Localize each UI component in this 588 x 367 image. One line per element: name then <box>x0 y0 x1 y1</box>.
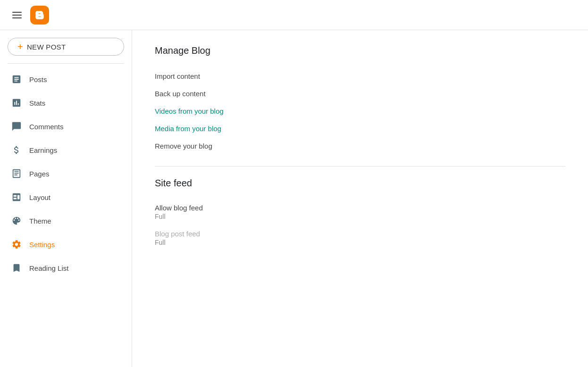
sidebar: + NEW POST Posts Stats Comments <box>0 30 132 367</box>
new-post-button[interactable]: + NEW POST <box>8 38 124 56</box>
new-post-label: NEW POST <box>27 43 66 51</box>
earnings-icon <box>11 145 22 155</box>
sidebar-item-comments[interactable]: Comments <box>0 115 126 138</box>
sidebar-item-label: Layout <box>29 193 50 201</box>
remove-blog-link[interactable]: Remove your blog <box>155 137 565 155</box>
comments-icon <box>11 121 22 132</box>
blog-post-feed-field: Blog post feed Full <box>155 226 565 252</box>
import-content-link[interactable]: Import content <box>155 67 565 85</box>
videos-link[interactable]: Videos from your blog <box>155 102 565 120</box>
sidebar-item-label: Theme <box>29 217 51 225</box>
sidebar-item-label: Posts <box>29 75 47 83</box>
backup-content-link[interactable]: Back up content <box>155 85 565 102</box>
sidebar-divider <box>8 63 124 64</box>
sidebar-item-label: Settings <box>29 241 55 249</box>
sidebar-item-label: Earnings <box>29 146 57 154</box>
layout: + NEW POST Posts Stats Comments <box>0 30 588 367</box>
reading-list-icon <box>11 263 22 273</box>
manage-blog-title: Manage Blog <box>155 45 565 56</box>
site-feed-section: Site feed Allow blog feed Full Blog post… <box>155 178 565 252</box>
blog-post-feed-label: Blog post feed <box>155 226 565 239</box>
menu-icon[interactable] <box>8 6 26 25</box>
section-divider <box>155 166 565 167</box>
topbar <box>0 0 588 30</box>
sidebar-item-layout[interactable]: Layout <box>0 185 126 209</box>
main-content: Manage Blog Import content Back up conte… <box>132 30 588 367</box>
sidebar-item-label: Stats <box>29 99 45 107</box>
sidebar-item-posts[interactable]: Posts <box>0 67 126 91</box>
manage-blog-section: Manage Blog Import content Back up conte… <box>155 45 565 155</box>
site-feed-title: Site feed <box>155 178 565 189</box>
layout-icon <box>11 192 22 202</box>
theme-icon <box>11 216 22 226</box>
stats-icon <box>11 98 22 108</box>
sidebar-item-label: Comments <box>29 123 64 131</box>
media-link[interactable]: Media from your blog <box>155 120 565 137</box>
plus-icon: + <box>17 42 23 51</box>
settings-icon <box>11 239 22 250</box>
sidebar-item-theme[interactable]: Theme <box>0 209 126 233</box>
sidebar-item-settings[interactable]: Settings <box>0 233 126 256</box>
sidebar-item-earnings[interactable]: Earnings <box>0 138 126 162</box>
pages-icon <box>11 168 22 179</box>
sidebar-item-pages[interactable]: Pages <box>0 162 126 185</box>
blog-post-feed-value: Full <box>155 239 565 252</box>
allow-blog-feed-field: Allow blog feed Full <box>155 200 565 226</box>
sidebar-item-stats[interactable]: Stats <box>0 91 126 115</box>
sidebar-item-label: Reading List <box>29 264 68 272</box>
sidebar-item-label: Pages <box>29 170 50 178</box>
posts-icon <box>11 74 22 84</box>
allow-blog-feed-value: Full <box>155 213 565 226</box>
sidebar-item-reading-list[interactable]: Reading List <box>0 256 126 280</box>
allow-blog-feed-label: Allow blog feed <box>155 200 565 213</box>
blogger-logo <box>30 6 49 25</box>
